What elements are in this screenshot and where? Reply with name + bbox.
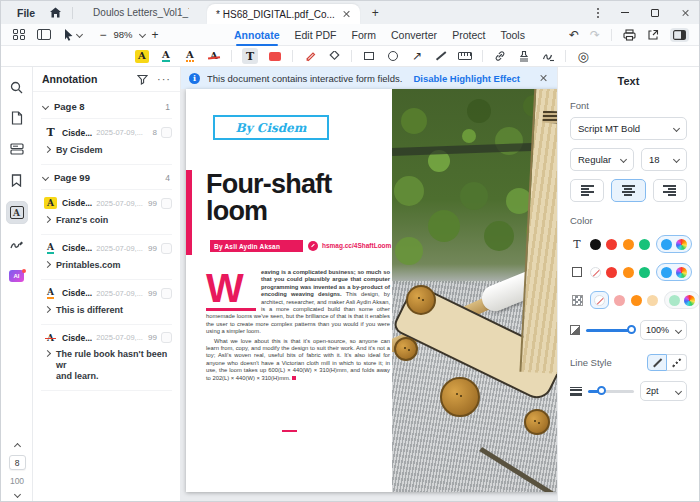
minimize-icon[interactable] <box>621 12 629 13</box>
swatch-none[interactable] <box>594 295 605 306</box>
font-size-select[interactable]: 18 <box>641 148 687 171</box>
selected-color-group[interactable] <box>656 235 692 253</box>
zoom-dropdown-icon[interactable] <box>138 31 145 38</box>
undo-icon[interactable]: ↶ <box>569 29 579 41</box>
tab-annotate[interactable]: Annotate <box>234 24 280 46</box>
reading-view-icon[interactable] <box>6 139 28 159</box>
swatch-orange[interactable] <box>623 239 634 250</box>
article-link[interactable]: hsmag.cc/4ShaftLoom <box>322 242 391 249</box>
close-window-icon[interactable] <box>681 9 689 17</box>
signature-tool-icon[interactable] <box>541 48 555 64</box>
swatch-orange[interactable] <box>631 295 642 306</box>
eraser-tool-icon[interactable] <box>327 48 341 64</box>
new-tab-button[interactable]: + <box>372 7 379 19</box>
cisdem-text-annotation[interactable]: By Cisdem <box>213 115 329 140</box>
tab-protect[interactable]: Protect <box>452 24 485 46</box>
annotation-note[interactable]: Franz's coin <box>41 212 172 235</box>
squiggly-underline-tool-icon[interactable]: A <box>183 48 197 64</box>
maximize-icon[interactable] <box>651 9 659 17</box>
more-options-icon[interactable]: ··· <box>157 73 171 85</box>
signature-panel-icon[interactable] <box>6 235 28 255</box>
tab-edit-pdf[interactable]: Edit PDF <box>295 24 337 46</box>
redact-tool-icon[interactable]: ◎ <box>576 48 590 64</box>
slider-knob[interactable] <box>597 386 606 395</box>
annotation-item[interactable]: A Cisde... 2025-07-09,... 99 <box>41 235 172 257</box>
swatch-custom-color[interactable] <box>676 239 687 250</box>
align-right-button[interactable] <box>653 179 687 202</box>
stamp-tool-icon[interactable] <box>517 48 531 64</box>
fill-color-group[interactable] <box>664 291 700 309</box>
current-page-input[interactable]: 8 <box>9 455 26 470</box>
annotation-item[interactable]: A Cisde... 2025-07-09,... 99 <box>41 325 172 346</box>
font-family-select[interactable]: Script MT Bold <box>570 117 687 140</box>
annotation-note[interactable]: By Cisdem <box>41 142 172 165</box>
item-checkbox[interactable] <box>161 288 172 299</box>
overflow-menu-icon[interactable] <box>597 8 599 18</box>
next-page-icon[interactable] <box>13 491 20 498</box>
font-style-select[interactable]: Regular <box>570 148 634 171</box>
zoom-level[interactable]: 98% <box>114 29 133 40</box>
swatch-green[interactable] <box>639 267 650 278</box>
annotation-item[interactable]: T Cisde... 2025-07-09,... 8 <box>41 119 172 142</box>
group-page-8[interactable]: Page 8 1 <box>41 94 172 119</box>
swatch-light-green[interactable] <box>669 295 680 306</box>
measure-tool-icon[interactable] <box>458 48 472 64</box>
close-infobar-icon[interactable] <box>539 74 547 82</box>
item-checkbox[interactable] <box>161 127 172 138</box>
search-icon[interactable] <box>6 77 28 97</box>
swatch-custom-color[interactable] <box>676 267 687 278</box>
previous-page-icon[interactable] <box>13 443 20 450</box>
ellipse-tool-icon[interactable] <box>386 48 400 64</box>
swatch-blue[interactable] <box>661 239 672 250</box>
swatch-green[interactable] <box>639 239 650 250</box>
panel-toggle-icon[interactable] <box>670 28 689 42</box>
zoom-in-button[interactable]: + <box>152 29 159 41</box>
bookmark-icon[interactable] <box>6 170 28 190</box>
export-icon[interactable] <box>647 29 659 41</box>
swatch-black[interactable] <box>590 239 601 250</box>
rectangle-tool-icon[interactable] <box>362 48 376 64</box>
swatch-red[interactable] <box>606 239 617 250</box>
line-width-slider[interactable] <box>588 390 634 393</box>
link-tool-icon[interactable] <box>493 48 507 64</box>
item-checkbox[interactable] <box>161 243 172 254</box>
filter-icon[interactable] <box>137 74 148 85</box>
zoom-out-button[interactable]: − <box>100 29 107 41</box>
select-tool[interactable] <box>63 28 82 41</box>
opacity-slider[interactable] <box>586 329 634 332</box>
annotation-note[interactable]: This is different <box>41 302 172 325</box>
page-thumbnails-icon[interactable] <box>6 108 28 128</box>
arrow-tool-icon[interactable]: ↗ <box>410 48 424 64</box>
line-width-select[interactable]: 2pt <box>640 381 687 401</box>
thumbnail-view-icon[interactable] <box>13 29 25 41</box>
highlight-tool-icon[interactable]: A <box>135 48 149 64</box>
tab-hs68-digital[interactable]: * HS68_DIGITAL.pdf_Co... <box>207 4 360 24</box>
swatch-none[interactable] <box>590 267 601 278</box>
line-tool-icon[interactable] <box>434 48 448 64</box>
swatch-tan[interactable] <box>647 295 658 306</box>
underline-tool-icon[interactable]: A <box>159 48 173 64</box>
swatch-red[interactable] <box>606 267 617 278</box>
annotation-item[interactable]: A Cisde... 2025-07-09,... 99 <box>41 190 172 212</box>
item-checkbox[interactable] <box>161 198 172 209</box>
swatch-custom-color[interactable] <box>684 295 695 306</box>
pdf-page[interactable]: By Cisdem Four-shaft loom By Asli Aydin … <box>186 89 557 492</box>
strikethrough-tool-icon[interactable]: A <box>207 48 221 64</box>
align-center-button[interactable] <box>611 179 645 202</box>
swatch-light-red[interactable] <box>614 295 625 306</box>
tab-doulos-letters[interactable]: Doulos Letters_Vol1_Te... <box>93 7 189 18</box>
home-icon[interactable] <box>49 6 62 19</box>
align-left-button[interactable] <box>570 179 604 202</box>
close-tab-icon[interactable] <box>343 10 351 18</box>
annotation-item[interactable]: A Cisde... 2025-07-09,... 99 <box>41 280 172 302</box>
selected-color-group[interactable] <box>656 263 692 281</box>
annotation-note[interactable]: The rule book hasn't been wrand learn. <box>41 346 172 391</box>
solid-line-button[interactable] <box>647 354 667 371</box>
print-icon[interactable] <box>623 29 636 41</box>
slider-knob[interactable] <box>627 325 636 334</box>
disable-highlight-link[interactable]: Disable Highlight Effect <box>413 73 520 84</box>
item-checkbox[interactable] <box>161 332 172 343</box>
group-page-99[interactable]: Page 99 4 <box>41 165 172 190</box>
file-menu[interactable]: File <box>17 7 35 19</box>
redo-icon[interactable]: ↷ <box>590 29 600 41</box>
